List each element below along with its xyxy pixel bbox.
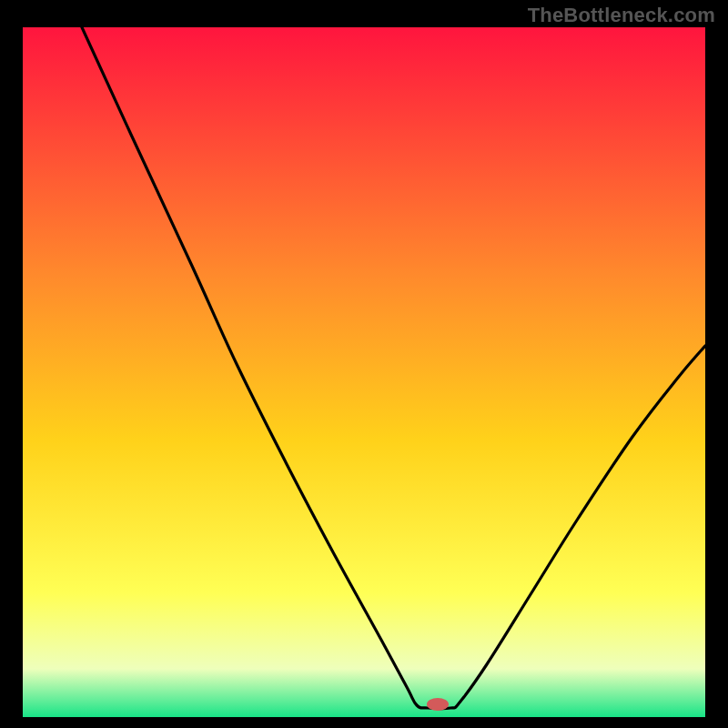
chart-frame: TheBottleneck.com (0, 0, 728, 728)
bottleneck-curve-svg (23, 27, 705, 717)
gradient-background (23, 27, 705, 717)
watermark-text: TheBottleneck.com (528, 4, 715, 27)
minimum-marker-icon (427, 698, 449, 711)
plot-area (23, 27, 705, 717)
